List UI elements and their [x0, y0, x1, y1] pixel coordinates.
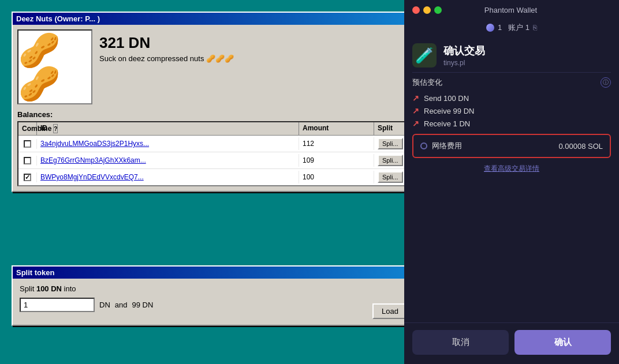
- confirm-button[interactable]: 确认: [514, 330, 611, 355]
- account-copy-icon[interactable]: ⎘: [533, 24, 537, 32]
- row1-amount: 112: [299, 137, 374, 150]
- main-window-titlebar: Deez Nuts (Owner: P... ): [13, 13, 415, 25]
- network-fee-amount: 0.00008 SOL: [558, 142, 603, 151]
- row1-split-button[interactable]: Spli...: [378, 138, 403, 149]
- row2-split-button[interactable]: Spli...: [378, 155, 403, 166]
- confirm-section: 🧪 确认交易 tinys.pl: [412, 37, 611, 73]
- table-header: Combine ? ID Amount Split: [18, 122, 409, 136]
- row2-checkbox[interactable]: [24, 157, 31, 164]
- split-window-title: Split token: [16, 268, 54, 277]
- row2-checkbox-cell: [18, 156, 37, 166]
- account-name: 账户 1: [508, 23, 529, 32]
- row2-id-link[interactable]: BzEg76GrrGNmp3AjGhXXk6am...: [40, 156, 146, 164]
- tx-change-text-2: Receive 99 DN: [424, 107, 474, 115]
- row3-amount: 100: [299, 171, 374, 183]
- phantom-panel: Phantom Wallet 1 账户 1 ⎘ 🧪 确认交易 tinys.pl …: [404, 0, 619, 364]
- main-window: Deez Nuts (Owner: P... ) 🥜🥜 321 DN Suck …: [12, 12, 416, 192]
- split-window: Split token Split 100 DN into DN and 99 …: [12, 265, 416, 326]
- confirm-domain: tinys.pl: [443, 59, 485, 67]
- split-row: DN and 99 DN: [20, 298, 408, 312]
- estimated-changes-header: 预估变化 ⓘ: [412, 77, 611, 88]
- row1-id-link[interactable]: 3a4njdvuLMMGoaDS3js2P1Hyxs...: [40, 140, 149, 148]
- phantom-footer: 取消 确认: [404, 322, 619, 364]
- row3-id: BWPyo8MgjYnDEdVVxcdvEQ7...: [37, 171, 299, 183]
- account-bar: 1 账户 1 ⎘: [404, 18, 619, 37]
- split-result: 99 DN: [132, 301, 153, 309]
- row1-checkbox[interactable]: [24, 140, 31, 148]
- nft-title: 321 DN: [99, 34, 234, 52]
- balances-label: Balances:: [17, 110, 410, 119]
- info-symbol: ⓘ: [603, 78, 609, 87]
- split-suffix: into: [62, 284, 76, 293]
- traffic-light-close[interactable]: [412, 6, 420, 14]
- th-combine: Combine ?: [18, 122, 37, 135]
- row2-id: BzEg76GrrGNmp3AjGhXXk6am...: [37, 154, 299, 167]
- nft-header: 🥜🥜 321 DN Suck on deez compressed nuts 🥜…: [17, 29, 410, 104]
- split-unit1: DN: [99, 301, 110, 309]
- table-row: 3a4njdvuLMMGoaDS3js2P1Hyxs... 112 Spli..…: [18, 136, 409, 152]
- account-label: 1 账户 1: [498, 22, 529, 33]
- phantom-body: 🧪 确认交易 tinys.pl 预估变化 ⓘ ↗ Send 100 DN ↗ R…: [404, 37, 619, 322]
- tx-change-item: ↗ Receive 1 DN: [412, 119, 611, 128]
- row3-split-cell: Spli...: [374, 169, 409, 185]
- arrow-icon-1: ↗: [412, 93, 419, 103]
- row3-split-button[interactable]: Spli...: [378, 171, 403, 183]
- row1-split-cell: Spli...: [374, 136, 409, 152]
- confirm-title: 确认交易: [443, 44, 485, 58]
- arrow-icon-2: ↗: [412, 106, 419, 115]
- tx-change-item: ↗ Receive 99 DN: [412, 106, 611, 115]
- th-split: Split: [374, 122, 409, 135]
- balances-table: Combine ? ID Amount Split 3a4njdvuLMMGoa…: [17, 121, 410, 186]
- split-prefix: Split: [20, 284, 36, 293]
- split-window-titlebar: Split token: [13, 267, 415, 279]
- th-id: ID: [37, 122, 299, 135]
- potion-emoji: 🧪: [415, 47, 434, 65]
- tx-change-text-1: Send 100 DN: [424, 94, 469, 103]
- load-button[interactable]: Load: [372, 303, 408, 319]
- cancel-button[interactable]: 取消: [412, 330, 509, 355]
- nft-emoji: 🥜🥜: [18, 33, 91, 100]
- table-row: BWPyo8MgjYnDEdVVxcdvEQ7... 100 Spli...: [18, 169, 409, 185]
- row2-split-cell: Spli...: [374, 152, 409, 168]
- confirm-info: 确认交易 tinys.pl: [443, 44, 485, 67]
- split-input[interactable]: [20, 298, 95, 312]
- info-icon[interactable]: ⓘ: [601, 77, 611, 88]
- table-row: BzEg76GrrGNmp3AjGhXXk6am... 109 Spli...: [18, 152, 409, 169]
- tx-change-text-3: Receive 1 DN: [424, 119, 470, 128]
- network-fee-box: 网络费用 0.00008 SOL: [412, 134, 611, 158]
- tx-change-item: ↗ Send 100 DN: [412, 93, 611, 103]
- main-window-title: Deez Nuts (Owner: P... ): [16, 14, 100, 23]
- potion-icon: 🧪: [412, 43, 437, 67]
- nft-description: Suck on deez compressed nuts 🥜🥜🥜: [99, 54, 234, 63]
- traffic-light-minimize[interactable]: [423, 6, 431, 14]
- account-number: 1: [498, 23, 502, 32]
- traffic-lights: Phantom Wallet: [404, 0, 619, 18]
- row3-checkbox-cell: [18, 172, 37, 182]
- fee-circle-icon: [420, 142, 427, 149]
- split-description: Split 100 DN into: [20, 284, 408, 293]
- row1-id: 3a4njdvuLMMGoaDS3js2P1Hyxs...: [37, 137, 299, 150]
- phantom-window-title: Phantom Wallet: [445, 6, 576, 14]
- row3-checkbox[interactable]: [24, 174, 31, 181]
- split-amount: 100 DN: [36, 284, 62, 293]
- account-avatar: [486, 24, 494, 32]
- nft-image: 🥜🥜: [17, 29, 92, 104]
- advanced-tx-link[interactable]: 查看高级交易详情: [412, 164, 611, 174]
- th-amount: Amount: [299, 122, 374, 135]
- arrow-icon-3: ↗: [412, 119, 419, 128]
- network-fee-label: 网络费用: [432, 141, 554, 151]
- split-connector: and: [115, 301, 128, 309]
- traffic-light-maximize[interactable]: [434, 6, 442, 14]
- row3-id-link[interactable]: BWPyo8MgjYnDEdVVxcdvEQ7...: [40, 173, 144, 181]
- estimated-changes-label: 预估变化: [412, 77, 442, 88]
- row1-checkbox-cell: [18, 139, 37, 149]
- nft-info: 321 DN Suck on deez compressed nuts 🥜🥜🥜: [99, 29, 234, 104]
- row2-amount: 109: [299, 154, 374, 167]
- tx-change-list: ↗ Send 100 DN ↗ Receive 99 DN ↗ Receive …: [412, 93, 611, 128]
